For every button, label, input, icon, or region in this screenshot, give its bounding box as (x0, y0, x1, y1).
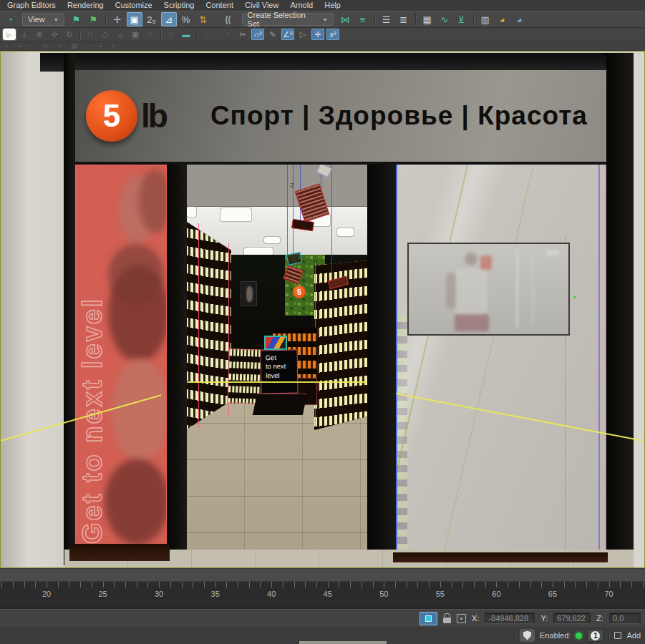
ruler-tick (620, 582, 621, 587)
clock-icon[interactable]: ◔ (2, 12, 18, 26)
docked-toolbar-icon[interactable]: ▭ (43, 42, 49, 49)
moss-wall-logo-icon: 5 (293, 286, 306, 298)
menu-item[interactable]: Content (200, 0, 239, 11)
poster-slogan: Get to next level (77, 175, 108, 544)
add-button[interactable]: Add (626, 631, 641, 640)
snap-pivot-icon[interactable]: ∷ (84, 29, 97, 40)
status-bar: X: -84946,828 Y: 679,622 Z: 0,0 Grid (0, 609, 645, 627)
select-and-move-icon[interactable]: ✛ (110, 12, 125, 26)
rendered-frame-window-icon[interactable]: ⊻ (454, 12, 470, 26)
snap-cone-on-icon[interactable]: ▶ (3, 29, 16, 40)
docked-toolbar-icon[interactable]: ▫ (6, 42, 8, 49)
curve-editor-icon[interactable]: ∿ (437, 12, 452, 26)
docked-toolbar-icon[interactable]: ▫ (112, 42, 114, 49)
menu-item[interactable]: Rendering (62, 0, 110, 11)
divider (608, 630, 609, 641)
grid-points-icon[interactable]: ∵ (165, 29, 178, 40)
count-badge[interactable]: 1 (587, 630, 603, 642)
snap-center-icon[interactable]: ◇ (99, 29, 112, 40)
ruler-tick (598, 582, 598, 587)
edit-named-selection-icon[interactable]: {( (219, 12, 238, 26)
ruler-tick (339, 582, 339, 587)
ruler-tick (530, 582, 531, 587)
create-selection-set-dropdown[interactable]: Create Selection Set▼ (242, 13, 334, 26)
select-object-icon[interactable]: ▣ (127, 12, 142, 26)
flag-green-icon[interactable]: ⚑ (86, 12, 102, 26)
y-coordinate-field[interactable]: 679,622 (553, 613, 591, 624)
render-iterative-icon[interactable]: ◕ (512, 12, 528, 26)
percent-snap-icon[interactable]: % (178, 12, 194, 26)
scene-explorer-icon[interactable]: ≣ (396, 12, 412, 26)
ruler-tick (159, 582, 160, 587)
ruler-tick (485, 582, 486, 587)
snap-cone-off-icon[interactable]: ▷ (296, 29, 309, 40)
ruler-tick (631, 582, 632, 587)
tv-figure-torso (455, 268, 488, 316)
snap-bounds-icon[interactable]: ▣ (129, 29, 142, 40)
axis-z-icon[interactable]: ⊕ (33, 29, 46, 40)
viewport[interactable]: 5 lb Спорт | Здоровье | Красота Get to n… (0, 51, 645, 568)
shield-icon[interactable] (520, 629, 535, 642)
promo-line: Get (266, 353, 297, 363)
grid-snap-icon[interactable]: ∶ (221, 29, 234, 40)
graphite-ribbon-icon[interactable]: ▦ (420, 12, 435, 26)
docked-toolbar-icon[interactable]: ▫ (30, 42, 32, 49)
shelving-left (187, 221, 231, 430)
selection-lock-icon[interactable] (443, 618, 451, 623)
menu-item[interactable]: Civil View (239, 0, 284, 11)
snap-vertex-icon[interactable]: ∴ (144, 29, 157, 40)
menu-item[interactable]: Customize (110, 0, 158, 11)
material-editor-icon[interactable]: ▥ (477, 12, 493, 26)
docked-toolbar-icon[interactable]: ▤ (71, 42, 77, 49)
z-coordinate-field[interactable]: 0,0 (609, 613, 641, 624)
ruler-label: 45 (324, 590, 332, 598)
track-bar[interactable] (0, 569, 645, 582)
menu-item[interactable]: Help (319, 0, 346, 11)
snap-light-icon[interactable]: ☼ (114, 29, 127, 40)
store-interior: 5 (187, 165, 367, 565)
snap-edge-icon[interactable]: ▬ (180, 29, 193, 40)
poster-base (69, 544, 170, 561)
ruler-label: 35 (211, 590, 220, 598)
mirror-icon[interactable]: ⋈ (338, 12, 354, 26)
render-production-icon[interactable]: ◕ (495, 12, 510, 26)
poster-window: Get to next level (75, 165, 167, 545)
menu-item[interactable]: Graph Editors (1, 0, 62, 11)
ruler-tick (137, 582, 137, 587)
tv-gym-highlight (532, 254, 533, 326)
snap-circle-icon[interactable]: ◌ (200, 29, 213, 40)
progress-strip (299, 641, 387, 644)
ruler-tick (395, 582, 396, 587)
docked-toolbar-icon[interactable]: ▫ (87, 42, 89, 49)
view-dropdown[interactable]: View▼ (22, 13, 64, 26)
exterior-wall-right (633, 52, 645, 568)
storefront-frame-top (40, 53, 634, 72)
snap-clip-icon[interactable]: ✂ (236, 29, 249, 40)
timeline-ruler[interactable]: 2025303540455055606570 (0, 582, 645, 608)
transform-gizmo-icon[interactable] (457, 614, 466, 623)
docked-toolbar-icon[interactable]: ▫ (59, 42, 61, 49)
snap-xsquared-icon[interactable]: x² (326, 29, 339, 40)
axis-xy-icon[interactable]: ✣ (48, 29, 61, 40)
angle-snap-icon[interactable]: ⊿ (161, 12, 177, 26)
snaps-axis-center-icon[interactable]: ✛ (311, 29, 324, 40)
menu-item[interactable]: Scripting (158, 0, 200, 11)
docked-toolbar-icon[interactable]: ▪ (18, 42, 20, 49)
snaps-25d-icon[interactable]: 2₅ (144, 12, 160, 26)
moss-logo-number: 5 (297, 288, 301, 296)
axis-y-icon[interactable]: ⊥ (18, 29, 31, 40)
angle-snap-toggle-icon[interactable]: ∠² (281, 29, 294, 40)
spinner-snap-icon[interactable]: ⇅ (195, 12, 211, 26)
snaps-toggle-3d-icon[interactable]: ∩³ (251, 29, 264, 40)
x-coordinate-field[interactable]: -84946,828 (485, 613, 535, 624)
align-icon[interactable]: ≡ (355, 12, 371, 26)
storefront-sign: 5 lb Спорт | Здоровье | Красота (74, 70, 606, 165)
absolute-mode-toggle-icon[interactable] (420, 612, 437, 625)
snap-pencil-icon[interactable]: ✎ (266, 29, 279, 40)
ruler-tick (350, 582, 351, 587)
rotate-mode-icon[interactable]: ↻ (63, 29, 76, 40)
layer-manager-icon[interactable]: ☰ (379, 12, 394, 26)
docked-toolbar-icon[interactable]: ▪ (100, 42, 102, 49)
menu-item[interactable]: Arnold (284, 0, 319, 11)
flag-teal-icon[interactable]: ⚑ (69, 12, 84, 26)
